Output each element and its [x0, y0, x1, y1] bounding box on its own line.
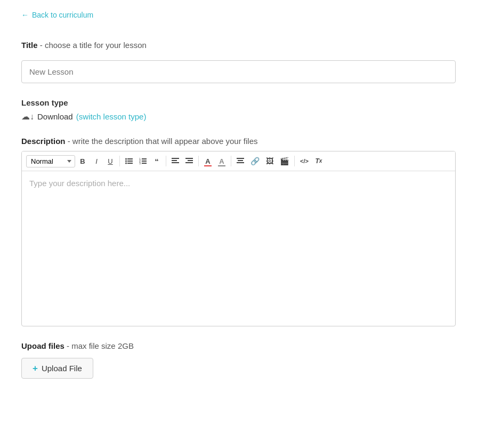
- svg-rect-21: [238, 160, 243, 161]
- svg-rect-13: [172, 160, 177, 161]
- upload-section: Upoad files - max file size 2GB + Upload…: [21, 341, 456, 379]
- toolbar-separator-1: [119, 156, 120, 166]
- download-icon: ☁︎↓: [21, 111, 34, 122]
- highlight-bar: [218, 165, 225, 166]
- bold-button[interactable]: B: [76, 155, 89, 167]
- link-button[interactable]: 🔗: [248, 155, 262, 167]
- code-button[interactable]: </>: [297, 155, 311, 167]
- upload-button-label: Upload File: [42, 364, 82, 373]
- svg-rect-1: [127, 158, 133, 159]
- toolbar-separator-4: [231, 156, 231, 166]
- description-editor: Normal Heading 1 Heading 2 Heading 3 B I…: [21, 151, 456, 326]
- lesson-type-label: Lesson type: [21, 98, 456, 107]
- svg-point-4: [125, 163, 127, 164]
- ol-icon: 1. 2. 3.: [139, 158, 147, 164]
- svg-rect-9: [142, 161, 147, 162]
- lesson-type-text: Download: [37, 112, 73, 121]
- title-label: Title: [21, 41, 38, 50]
- svg-rect-16: [185, 158, 193, 159]
- svg-rect-11: [142, 163, 147, 164]
- back-link-label: Back to curriculum: [32, 11, 93, 19]
- editor-body[interactable]: Type your description here...: [22, 171, 455, 326]
- align-left-icon: [172, 158, 179, 164]
- highlight-button[interactable]: A: [215, 155, 228, 167]
- description-header: Description - write the description that…: [21, 137, 456, 146]
- toolbar-separator-5: [294, 156, 295, 166]
- switch-lesson-type-link[interactable]: (switch lesson type): [76, 112, 147, 121]
- svg-rect-22: [237, 162, 244, 163]
- svg-point-0: [125, 158, 127, 160]
- upload-header: Upoad files - max file size 2GB: [21, 341, 456, 350]
- upload-label: Upoad files: [21, 341, 64, 350]
- svg-rect-18: [185, 162, 193, 163]
- svg-text:3.: 3.: [139, 162, 141, 164]
- font-color-button[interactable]: A: [201, 155, 214, 167]
- italic-button[interactable]: I: [90, 155, 103, 167]
- title-description: - choose a title for your lesson: [38, 41, 147, 50]
- video-button[interactable]: 🎬: [277, 155, 292, 167]
- editor-placeholder: Type your description here...: [29, 179, 130, 188]
- format-select[interactable]: Normal Heading 1 Heading 2 Heading 3: [26, 155, 75, 167]
- align-center-button[interactable]: [234, 155, 247, 167]
- description-label: Description: [21, 137, 66, 146]
- svg-rect-14: [172, 162, 179, 163]
- unordered-list-button[interactable]: [123, 155, 135, 167]
- image-button[interactable]: 🖼: [263, 155, 276, 167]
- align-right-button[interactable]: [183, 155, 196, 167]
- toolbar-separator-3: [198, 156, 199, 166]
- align-center-icon: [237, 158, 244, 164]
- description-subtitle: - write the description that will appear…: [66, 137, 258, 146]
- ul-icon: [125, 158, 133, 164]
- title-section: Title - choose a title for your lesson: [21, 41, 456, 83]
- title-header: Title - choose a title for your lesson: [21, 41, 456, 50]
- svg-rect-17: [188, 160, 193, 161]
- back-arrow-icon: ←: [21, 11, 29, 19]
- svg-rect-20: [237, 158, 244, 159]
- editor-toolbar: Normal Heading 1 Heading 2 Heading 3 B I…: [22, 151, 455, 171]
- back-to-curriculum-link[interactable]: ← Back to curriculum: [21, 11, 456, 19]
- lesson-type-row: ☁︎↓ Download (switch lesson type): [21, 111, 456, 122]
- svg-rect-7: [142, 158, 147, 159]
- ordered-list-button[interactable]: 1. 2. 3.: [136, 155, 149, 167]
- clear-format-button[interactable]: Tx: [312, 155, 325, 167]
- font-color-bar: [204, 165, 212, 166]
- title-input[interactable]: [21, 60, 456, 83]
- plus-icon: +: [33, 364, 38, 373]
- description-section: Description - write the description that…: [21, 137, 456, 326]
- underline-button[interactable]: U: [104, 155, 117, 167]
- svg-rect-3: [127, 161, 133, 162]
- blockquote-button[interactable]: “: [150, 155, 163, 167]
- svg-rect-5: [127, 163, 133, 164]
- svg-point-2: [125, 161, 127, 162]
- upload-file-button[interactable]: + Upload File: [21, 358, 93, 379]
- lesson-type-section: Lesson type ☁︎↓ Download (switch lesson …: [21, 98, 456, 122]
- toolbar-separator-2: [166, 156, 166, 166]
- highlight-a: A: [219, 158, 224, 165]
- font-color-a: A: [205, 158, 210, 165]
- upload-description: - max file size 2GB: [64, 341, 134, 350]
- align-right-icon: [185, 158, 193, 164]
- align-left-button[interactable]: [169, 155, 182, 167]
- svg-rect-12: [172, 158, 179, 159]
